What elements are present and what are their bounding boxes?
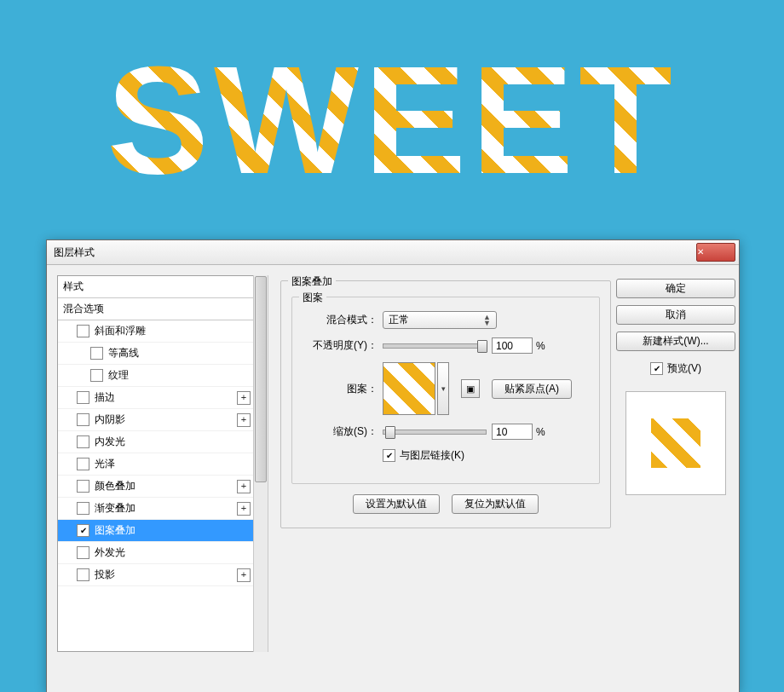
settings-panel: 图案叠加 图案 混合模式： 正常 ▲▼ 不透明度(Y)： [257, 275, 623, 688]
dialog-body: 样式 混合选项 斜面和浮雕 等高线 纹理 描边 + [47, 265, 739, 688]
snap-origin-button[interactable]: 贴紧原点(A) [492, 379, 572, 399]
list-item-label: 等高线 [108, 346, 139, 360]
checkbox[interactable] [77, 480, 89, 493]
list-item-label: 斜面和浮雕 [95, 324, 146, 338]
pattern-overlay-group: 图案叠加 图案 混合模式： 正常 ▲▼ 不透明度(Y)： [280, 280, 611, 528]
checkbox-checked[interactable] [77, 524, 89, 537]
style-item-stroke[interactable]: 描边 + [58, 387, 256, 409]
checkbox[interactable] [77, 568, 89, 581]
blend-mode-select[interactable]: 正常 ▲▼ [383, 311, 497, 329]
preview-label: 预览(V) [667, 361, 701, 376]
cancel-button[interactable]: 取消 [616, 305, 735, 325]
preview-swatch [651, 418, 700, 468]
opacity-row: 不透明度(Y)： 100 % [303, 337, 589, 354]
plus-icon[interactable]: + [237, 568, 251, 582]
scale-input[interactable]: 10 [492, 424, 533, 440]
section-title: 图案叠加 [288, 274, 336, 289]
new-style-button[interactable]: 新建样式(W)... [616, 332, 735, 351]
checkbox[interactable] [77, 546, 89, 559]
checkbox[interactable] [77, 458, 89, 470]
pattern-group-title: 图案 [299, 291, 326, 305]
pattern-dropdown[interactable]: ▾ [437, 362, 449, 415]
pattern-swatch[interactable] [383, 362, 435, 415]
new-pattern-icon[interactable]: ▣ [461, 379, 480, 398]
link-label: 与图层链接(K) [400, 448, 464, 463]
checkbox[interactable] [90, 347, 103, 360]
percent-label: % [536, 340, 545, 352]
chevron-updown-icon: ▲▼ [483, 314, 491, 326]
preview-checkbox[interactable] [650, 362, 663, 375]
style-item-inner-glow[interactable]: 内发光 [58, 431, 256, 453]
pattern-label: 图案： [303, 382, 383, 396]
preview-box [625, 391, 726, 495]
scale-row: 缩放(S)： 10 % [303, 424, 589, 440]
style-item-contour[interactable]: 等高线 [58, 343, 256, 365]
ok-button[interactable]: 确定 [616, 279, 735, 298]
style-item-texture[interactable]: 纹理 [58, 365, 256, 387]
opacity-slider[interactable] [383, 343, 487, 349]
titlebar[interactable]: 图层样式 ✕ [47, 240, 739, 265]
list-item-label: 内发光 [95, 435, 125, 449]
percent-label: % [536, 426, 545, 438]
pattern-group: 图案 混合模式： 正常 ▲▼ 不透明度(Y)： 100 [291, 297, 600, 484]
close-icon: ✕ [697, 248, 735, 257]
checkbox[interactable] [90, 369, 103, 382]
list-item-label: 内阴影 [95, 412, 125, 427]
pattern-row: 图案： ▾ ▣ 贴紧原点(A) [303, 362, 589, 415]
style-item-outer-glow[interactable]: 外发光 [58, 542, 256, 564]
link-checkbox[interactable] [383, 449, 395, 462]
layer-style-dialog: 图层样式 ✕ 样式 混合选项 斜面和浮雕 等高线 纹理 [46, 239, 740, 692]
canvas-preview: SWEET [0, 0, 784, 239]
plus-icon[interactable]: + [237, 480, 251, 493]
blend-mode-label: 混合模式： [303, 313, 383, 327]
close-button[interactable]: ✕ [696, 243, 735, 262]
blend-mode-row: 混合模式： 正常 ▲▼ [303, 311, 589, 329]
link-row: 与图层链接(K) [303, 448, 589, 463]
opacity-input[interactable]: 100 [492, 337, 533, 354]
styles-header-label: 样式 [63, 280, 84, 294]
plus-icon[interactable]: + [237, 413, 251, 427]
style-item-inner-shadow[interactable]: 内阴影 + [58, 409, 256, 431]
dialog-title: 图层样式 [54, 245, 696, 260]
checkbox[interactable] [77, 435, 89, 448]
list-item-label: 渐变叠加 [95, 501, 135, 516]
style-item-color-overlay[interactable]: 颜色叠加 + [58, 476, 256, 498]
reset-default-button[interactable]: 复位为默认值 [452, 494, 539, 514]
blend-options-label: 混合选项 [63, 302, 104, 316]
styles-header[interactable]: 样式 [58, 276, 256, 298]
checkbox[interactable] [77, 325, 89, 337]
checkbox[interactable] [77, 413, 89, 426]
style-item-bevel[interactable]: 斜面和浮雕 [58, 320, 256, 343]
list-item-label: 外发光 [95, 545, 125, 560]
scale-label: 缩放(S)： [303, 424, 383, 439]
style-item-satin[interactable]: 光泽 [58, 453, 256, 476]
checkbox[interactable] [77, 391, 89, 404]
preview-toggle-row: 预览(V) [650, 361, 701, 376]
plus-icon[interactable]: + [237, 502, 251, 516]
list-item-label: 颜色叠加 [95, 479, 135, 493]
set-default-button[interactable]: 设置为默认值 [353, 494, 440, 514]
list-item-label: 投影 [95, 568, 115, 582]
scale-slider[interactable] [383, 430, 487, 435]
canvas-text: SWEET [107, 32, 677, 208]
list-item-label: 光泽 [95, 457, 115, 471]
opacity-label: 不透明度(Y)： [303, 338, 383, 353]
style-item-gradient-overlay[interactable]: 渐变叠加 + [58, 498, 256, 520]
list-item-label: 纹理 [108, 368, 129, 383]
checkbox[interactable] [77, 502, 89, 515]
plus-icon[interactable]: + [237, 391, 251, 405]
style-item-drop-shadow[interactable]: 投影 + [58, 564, 256, 586]
action-panel: 确定 取消 新建样式(W)... 预览(V) [623, 275, 729, 688]
list-item-label: 图案叠加 [95, 523, 135, 538]
style-item-pattern-overlay[interactable]: 图案叠加 [58, 520, 256, 542]
list-item-label: 描边 [95, 390, 115, 405]
blend-mode-value: 正常 [389, 313, 409, 327]
slider-knob[interactable] [477, 340, 487, 353]
styles-list: 样式 混合选项 斜面和浮雕 等高线 纹理 描边 + [57, 275, 257, 652]
default-buttons: 设置为默认值 复位为默认值 [291, 494, 600, 514]
blend-options-header[interactable]: 混合选项 [58, 298, 256, 320]
slider-knob[interactable] [385, 426, 395, 439]
